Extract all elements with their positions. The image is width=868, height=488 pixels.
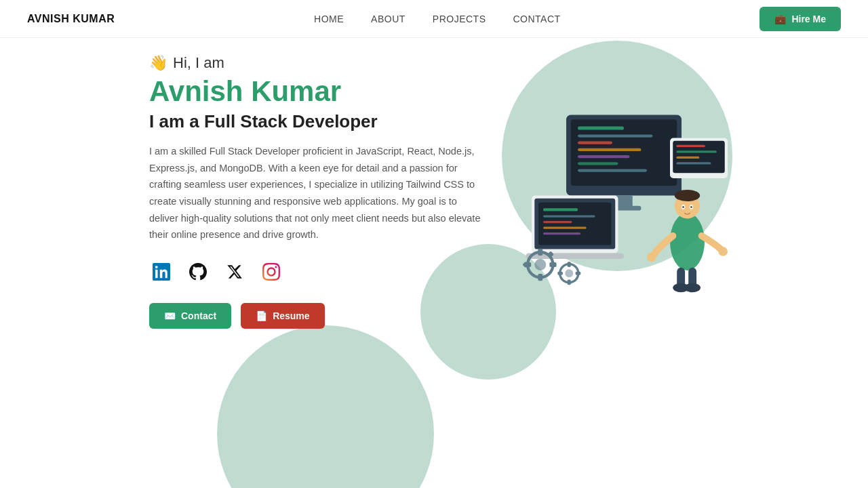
resume-button[interactable]: 📄 Resume (241, 303, 324, 329)
nav-item-home[interactable]: HOME (314, 13, 344, 25)
hero-bio: I am a skilled Full Stack Developer prof… (149, 143, 481, 243)
svg-point-31 (690, 206, 692, 208)
svg-point-33 (718, 247, 728, 256)
svg-rect-3 (578, 142, 612, 144)
svg-rect-1 (578, 127, 624, 130)
svg-rect-41 (538, 274, 542, 281)
site-logo[interactable]: AVNISH KUMAR (27, 13, 115, 25)
svg-rect-6 (578, 162, 618, 165)
nav-links: HOME ABOUT PROJECTS CONTACT (314, 13, 561, 25)
wave-emoji: 👋 (149, 54, 167, 72)
navbar: AVNISH KUMAR HOME ABOUT PROJECTS CONTACT… (0, 0, 868, 38)
svg-point-39 (534, 259, 546, 270)
decorative-circle-bottom (217, 325, 434, 488)
github-icon[interactable] (186, 260, 210, 284)
svg-rect-21 (676, 145, 705, 147)
svg-rect-15 (543, 221, 572, 223)
svg-rect-23 (676, 157, 699, 159)
nav-item-projects[interactable]: PROJECTS (433, 13, 486, 25)
svg-rect-22 (676, 150, 717, 152)
svg-rect-16 (543, 226, 587, 228)
envelope-icon: ✉️ (164, 310, 176, 321)
svg-rect-48 (568, 262, 571, 267)
hero-role: I am a Full Stack Developer (149, 111, 481, 132)
svg-rect-50 (557, 272, 563, 275)
svg-rect-51 (576, 272, 581, 275)
social-icons-group (149, 260, 481, 284)
nav-link-home[interactable]: HOME (314, 14, 344, 24)
svg-rect-40 (538, 249, 542, 256)
svg-point-25 (670, 213, 705, 270)
svg-point-30 (682, 206, 684, 208)
svg-rect-7 (578, 169, 647, 171)
document-icon: 📄 (256, 310, 267, 321)
nav-link-about[interactable]: ABOUT (371, 14, 406, 24)
svg-point-47 (565, 269, 573, 277)
hero-section: 👋 Hi, I am Avnish Kumar I am a Full Stac… (149, 54, 481, 329)
hero-illustration (495, 61, 753, 319)
hire-me-button[interactable]: 💼 Hire Me (760, 7, 841, 31)
nav-link-projects[interactable]: PROJECTS (433, 14, 486, 24)
nav-link-contact[interactable]: CONTACT (513, 14, 560, 24)
linkedin-icon[interactable] (149, 260, 174, 284)
svg-rect-2 (578, 134, 653, 137)
svg-rect-24 (676, 162, 711, 164)
svg-rect-49 (568, 280, 571, 285)
briefcase-icon: 💼 (774, 14, 786, 24)
svg-point-32 (647, 253, 656, 262)
contact-button[interactable]: ✉️ Contact (149, 303, 231, 329)
svg-rect-17 (543, 232, 580, 235)
svg-rect-5 (578, 155, 630, 158)
svg-point-37 (684, 283, 701, 293)
action-buttons: ✉️ Contact 📄 Resume (149, 303, 481, 329)
instagram-icon[interactable] (259, 260, 283, 284)
nav-item-about[interactable]: ABOUT (371, 13, 406, 25)
svg-rect-4 (578, 148, 642, 151)
hero-name: Avnish Kumar (149, 76, 481, 107)
twitter-x-icon[interactable] (222, 260, 247, 284)
svg-rect-43 (549, 262, 556, 267)
greeting-text: 👋 Hi, I am (149, 54, 481, 72)
nav-item-contact[interactable]: CONTACT (513, 13, 560, 25)
svg-point-27 (675, 190, 700, 201)
svg-rect-13 (543, 208, 578, 211)
svg-rect-14 (543, 215, 595, 217)
